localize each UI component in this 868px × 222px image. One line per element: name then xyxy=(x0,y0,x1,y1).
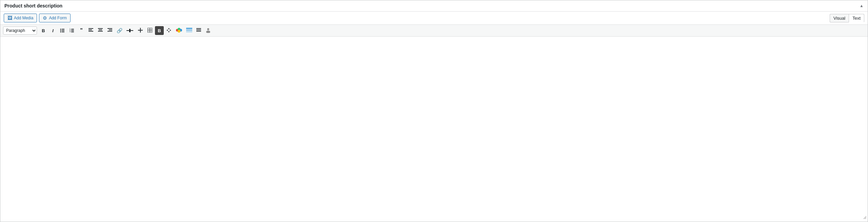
svg-rect-1 xyxy=(62,29,64,30)
color-picker-button[interactable] xyxy=(174,26,184,35)
svg-rect-22 xyxy=(107,31,112,32)
paragraph-select[interactable]: Paragraph Heading 1 Heading 2 Heading 3 … xyxy=(3,26,37,35)
toolbar-left-buttons: 🖼 Add Media ⚙ Add Form xyxy=(4,14,71,22)
svg-rect-40 xyxy=(186,28,192,29)
user-button[interactable] xyxy=(204,26,213,35)
layers-icon xyxy=(186,28,192,34)
align-center-icon xyxy=(98,28,103,33)
collapse-icon[interactable]: ▲ xyxy=(860,3,864,8)
unordered-list-button[interactable] xyxy=(58,26,67,35)
align-center-button[interactable] xyxy=(96,26,105,35)
editor-toolbar-top: 🖼 Add Media ⚙ Add Form Visual Text xyxy=(0,12,868,25)
blockquote-icon: " xyxy=(80,27,83,34)
move-icon xyxy=(166,28,171,34)
editor-container: Product short description ▲ 🖼 Add Media … xyxy=(0,0,868,222)
italic-icon: I xyxy=(52,28,54,33)
svg-line-49 xyxy=(864,216,866,219)
tab-visual-label: Visual xyxy=(833,16,845,21)
editor-content-area[interactable] xyxy=(0,37,868,200)
fullscreen-icon xyxy=(138,28,143,34)
svg-rect-9 xyxy=(71,30,74,31)
svg-rect-16 xyxy=(98,28,103,29)
justify-icon xyxy=(196,28,201,33)
svg-point-4 xyxy=(60,31,61,32)
fullscreen-button[interactable] xyxy=(136,26,145,35)
svg-rect-18 xyxy=(98,31,103,32)
unordered-list-icon xyxy=(60,28,65,34)
svg-point-2 xyxy=(60,30,61,31)
tab-visual-button[interactable]: Visual xyxy=(830,14,849,22)
add-media-button[interactable]: 🖼 Add Media xyxy=(4,14,37,22)
add-form-label: Add Form xyxy=(49,16,67,20)
svg-rect-25 xyxy=(129,29,131,32)
svg-rect-5 xyxy=(62,32,64,32)
svg-rect-14 xyxy=(88,31,93,32)
svg-rect-42 xyxy=(186,31,192,32)
svg-marker-33 xyxy=(168,31,170,33)
insert-more-icon xyxy=(126,28,133,33)
align-left-icon xyxy=(88,28,93,33)
svg-marker-35 xyxy=(170,30,171,31)
svg-line-50 xyxy=(865,218,866,219)
svg-text:3.: 3. xyxy=(70,31,71,33)
ordered-list-button[interactable]: 1.2.3. xyxy=(67,26,76,35)
editor-title: Product short description xyxy=(4,3,62,8)
align-left-button[interactable] xyxy=(86,26,95,35)
svg-rect-7 xyxy=(71,29,74,30)
svg-point-39 xyxy=(178,30,180,33)
view-tab-buttons: Visual Text xyxy=(830,14,864,22)
tab-text-label: Text xyxy=(852,16,861,21)
svg-rect-17 xyxy=(99,30,102,30)
svg-marker-32 xyxy=(168,28,170,29)
svg-rect-43 xyxy=(196,28,201,29)
editor-toolbar-format: Paragraph Heading 1 Heading 2 Heading 3 … xyxy=(0,25,868,37)
add-form-icon: ⚙ xyxy=(43,15,47,21)
table-icon xyxy=(147,28,152,34)
color-picker-icon xyxy=(176,27,182,34)
align-right-button[interactable] xyxy=(105,26,114,35)
italic-button[interactable]: I xyxy=(48,26,57,35)
svg-rect-45 xyxy=(196,31,201,32)
svg-point-48 xyxy=(206,31,210,33)
table-button[interactable] xyxy=(145,26,154,35)
justify-button[interactable] xyxy=(194,26,203,35)
link-icon: 🔗 xyxy=(117,28,122,33)
add-media-icon: 🖼 xyxy=(7,15,12,21)
bold-secondary-button[interactable]: B xyxy=(155,26,164,35)
svg-point-0 xyxy=(60,29,61,30)
svg-rect-13 xyxy=(88,30,92,30)
svg-rect-3 xyxy=(62,30,64,31)
bold-icon: B xyxy=(42,28,45,33)
bold-secondary-icon: B xyxy=(158,28,161,33)
resize-handle[interactable] xyxy=(861,213,868,222)
ordered-list-icon: 1.2.3. xyxy=(70,28,74,34)
svg-rect-11 xyxy=(71,32,74,32)
align-right-icon xyxy=(107,28,112,33)
layers-button[interactable] xyxy=(185,26,194,35)
tab-text-button[interactable]: Text xyxy=(849,14,864,22)
svg-rect-20 xyxy=(107,28,112,29)
svg-rect-21 xyxy=(109,30,112,30)
link-button[interactable]: 🔗 xyxy=(115,26,124,35)
user-icon xyxy=(205,27,211,34)
add-form-button[interactable]: ⚙ Add Form xyxy=(39,14,71,22)
svg-rect-41 xyxy=(186,30,192,31)
svg-marker-34 xyxy=(166,30,168,31)
add-media-label: Add Media xyxy=(14,16,33,20)
svg-rect-12 xyxy=(88,28,93,29)
insert-more-button[interactable] xyxy=(124,26,135,35)
move-button[interactable] xyxy=(164,26,173,35)
blockquote-button[interactable]: " xyxy=(77,26,86,35)
editor-header: Product short description ▲ xyxy=(0,0,868,12)
svg-rect-44 xyxy=(196,30,201,30)
bold-button[interactable]: B xyxy=(39,26,48,35)
svg-point-47 xyxy=(207,28,209,30)
